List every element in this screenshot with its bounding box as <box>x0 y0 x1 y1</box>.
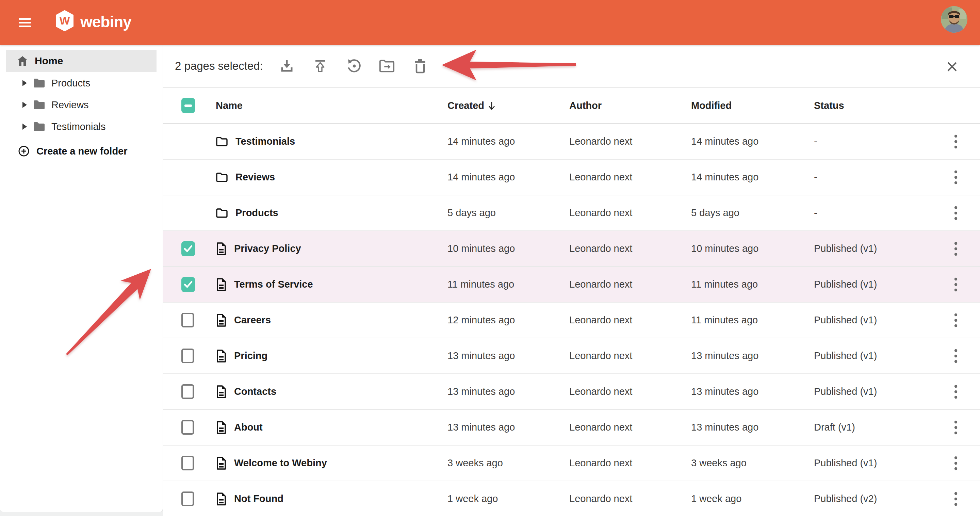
checkmark-icon <box>183 280 193 289</box>
document-icon <box>216 349 227 363</box>
sidebar-item-products[interactable]: Products <box>0 72 163 94</box>
column-header-status[interactable]: Status <box>814 100 932 111</box>
document-icon <box>216 314 227 327</box>
row-author: Leonardo next <box>569 207 691 218</box>
row-status: Published (v1) <box>814 243 932 254</box>
row-menu-button[interactable] <box>948 239 963 258</box>
row-created: 3 weeks ago <box>447 457 569 469</box>
row-menu-button[interactable] <box>948 489 963 508</box>
document-icon <box>216 278 227 291</box>
table-row[interactable]: Privacy Policy 10 minutes ago Leonardo n… <box>163 231 980 267</box>
row-menu-button[interactable] <box>948 204 963 223</box>
document-icon <box>216 242 227 256</box>
table-row[interactable]: Testimonials 14 minutes ago Leonardo nex… <box>163 124 980 160</box>
table-header-row: Name Created Author Modified Status <box>163 88 980 124</box>
row-modified: 14 minutes ago <box>691 172 814 183</box>
table-row[interactable]: Careers 12 minutes ago Leonardo next 11 … <box>163 303 980 338</box>
row-checkbox[interactable] <box>181 349 194 363</box>
table-row[interactable]: About 13 minutes ago Leonardo next 13 mi… <box>163 410 980 446</box>
row-checkbox[interactable] <box>181 277 195 292</box>
webiny-logo-icon: W <box>55 10 74 31</box>
row-modified: 3 weeks ago <box>691 457 814 469</box>
publish-button[interactable] <box>312 58 328 74</box>
row-menu-button[interactable] <box>948 347 963 366</box>
row-menu-button[interactable] <box>948 275 963 294</box>
row-name: Testimonials <box>235 136 295 147</box>
sort-desc-arrow-icon <box>488 101 496 110</box>
row-checkbox[interactable] <box>181 492 194 506</box>
row-menu-button[interactable] <box>948 382 963 401</box>
column-header-author[interactable]: Author <box>569 100 691 111</box>
row-name: Products <box>235 207 278 218</box>
row-menu-button[interactable] <box>948 311 963 330</box>
folder-icon <box>33 100 45 110</box>
row-modified: 13 minutes ago <box>691 350 814 362</box>
folder-icon <box>216 172 228 182</box>
document-icon <box>216 492 227 506</box>
checkmark-icon <box>183 245 193 253</box>
row-created: 13 minutes ago <box>447 422 569 433</box>
document-icon <box>216 421 227 434</box>
row-author: Leonardo next <box>569 243 691 254</box>
menu-button[interactable] <box>19 16 32 29</box>
row-checkbox[interactable] <box>181 456 194 470</box>
table-row[interactable]: Welcome to Webiny 3 weeks ago Leonardo n… <box>163 446 980 481</box>
table-row[interactable]: Contacts 13 minutes ago Leonardo next 13… <box>163 374 980 410</box>
row-checkbox[interactable] <box>181 241 195 256</box>
kebab-menu-icon <box>954 313 958 328</box>
row-status: - <box>814 207 932 218</box>
row-menu-button[interactable] <box>948 132 963 151</box>
row-created: 10 minutes ago <box>447 243 569 254</box>
close-selection-button[interactable] <box>945 60 959 73</box>
select-all-checkbox[interactable] <box>181 98 195 113</box>
bulk-actions-toolbar: 2 pages selected: <box>163 45 980 88</box>
download-button[interactable] <box>279 58 295 74</box>
column-header-modified[interactable]: Modified <box>691 100 814 111</box>
sidebar-folder-label: Reviews <box>51 99 89 111</box>
row-modified: 1 week ago <box>691 493 814 505</box>
row-name: Privacy Policy <box>234 243 301 254</box>
kebab-menu-icon <box>954 277 958 292</box>
sidebar-item-testimonials[interactable]: Testimonials <box>0 116 163 137</box>
row-created: 12 minutes ago <box>447 314 569 326</box>
row-created: 13 minutes ago <box>447 350 569 362</box>
row-menu-button[interactable] <box>948 454 963 473</box>
row-status: Published (v1) <box>814 279 932 290</box>
brand-wordmark: webiny <box>80 11 131 32</box>
row-created: 13 minutes ago <box>447 386 569 397</box>
create-folder-button[interactable]: Create a new folder <box>0 141 130 161</box>
kebab-menu-icon <box>954 134 958 149</box>
row-checkbox[interactable] <box>181 384 194 399</box>
row-modified: 5 days ago <box>691 207 814 218</box>
row-author: Leonardo next <box>569 314 691 326</box>
row-author: Leonardo next <box>569 350 691 362</box>
column-header-name[interactable]: Name <box>216 100 447 111</box>
kebab-menu-icon <box>954 420 958 435</box>
row-menu-button[interactable] <box>948 168 963 187</box>
sidebar-home-label: Home <box>35 55 63 67</box>
row-checkbox[interactable] <box>181 313 194 327</box>
row-name: Careers <box>234 314 271 326</box>
column-header-created[interactable]: Created <box>447 100 569 111</box>
row-name: Reviews <box>235 172 275 183</box>
sidebar-item-reviews[interactable]: Reviews <box>0 94 163 116</box>
delete-button[interactable] <box>412 58 428 74</box>
restore-revision-button[interactable] <box>345 58 362 74</box>
table-row[interactable]: Pricing 13 minutes ago Leonardo next 13 … <box>163 338 980 374</box>
row-menu-button[interactable] <box>948 418 963 437</box>
table-row[interactable]: Products 5 days ago Leonardo next 5 days… <box>163 195 980 231</box>
folder-icon <box>216 208 228 218</box>
delete-icon <box>413 58 428 74</box>
row-author: Leonardo next <box>569 422 691 433</box>
move-to-folder-button[interactable] <box>379 58 395 74</box>
row-created: 1 week ago <box>447 493 569 505</box>
table-row[interactable]: Reviews 14 minutes ago Leonardo next 14 … <box>163 160 980 195</box>
table-row[interactable]: Not Found 1 week ago Leonardo next 1 wee… <box>163 481 980 516</box>
row-checkbox[interactable] <box>181 420 194 435</box>
row-modified: 13 minutes ago <box>691 422 814 433</box>
table-row[interactable]: Terms of Service 11 minutes ago Leonardo… <box>163 267 980 303</box>
close-icon <box>945 60 959 73</box>
sidebar-item-home[interactable]: Home <box>6 50 156 72</box>
user-avatar[interactable] <box>941 6 967 33</box>
row-status: Published (v1) <box>814 457 932 469</box>
